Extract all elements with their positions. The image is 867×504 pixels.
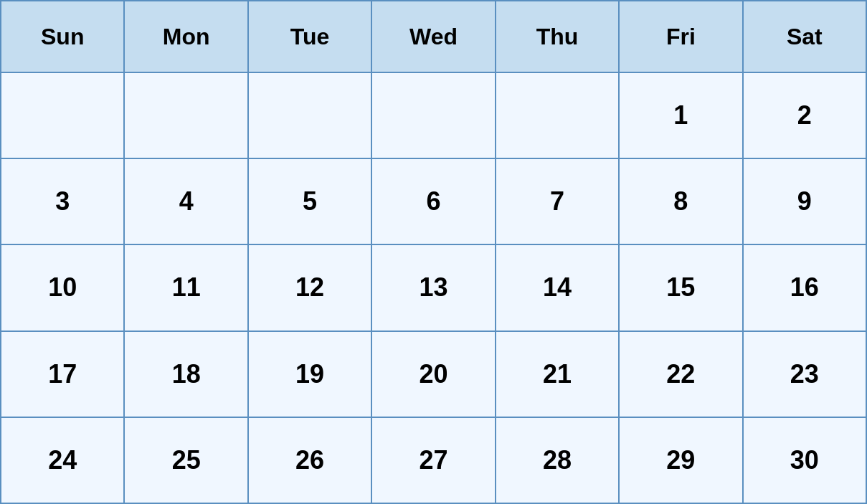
calendar-empty-cell: [496, 72, 619, 158]
calendar-day-header: Mon: [124, 1, 247, 72]
calendar-day-cell[interactable]: 27: [371, 417, 495, 503]
calendar-day-header: Thu: [496, 1, 619, 72]
calendar-day-cell[interactable]: 24: [1, 417, 124, 503]
calendar-empty-cell: [248, 72, 371, 158]
calendar-empty-cell: [124, 72, 247, 158]
calendar-week-row: 17181920212223: [1, 331, 866, 417]
calendar-day-cell[interactable]: 3: [1, 158, 124, 244]
calendar-day-cell[interactable]: 9: [743, 158, 866, 244]
calendar-day-header: Wed: [371, 1, 495, 72]
calendar-day-cell[interactable]: 26: [248, 417, 371, 503]
calendar-day-cell[interactable]: 8: [619, 158, 742, 244]
calendar-day-cell[interactable]: 22: [619, 331, 742, 417]
calendar-day-cell[interactable]: 4: [124, 158, 247, 244]
calendar-day-cell[interactable]: 20: [371, 331, 495, 417]
calendar-day-cell[interactable]: 29: [619, 417, 742, 503]
calendar-day-cell[interactable]: 1: [619, 72, 742, 158]
calendar-day-header: Sat: [743, 1, 866, 72]
calendar-day-cell[interactable]: 23: [743, 331, 866, 417]
calendar-day-header: Fri: [619, 1, 742, 72]
calendar-day-cell[interactable]: 25: [124, 417, 247, 503]
calendar-day-cell[interactable]: 19: [248, 331, 371, 417]
calendar-day-cell[interactable]: 11: [124, 244, 247, 331]
calendar-day-cell[interactable]: 6: [371, 158, 495, 244]
calendar-day-cell[interactable]: 28: [496, 417, 619, 503]
calendar-day-cell[interactable]: 18: [124, 331, 247, 417]
calendar-week-row: 24252627282930: [1, 417, 866, 503]
calendar-header-row: SunMonTueWedThuFriSat: [1, 1, 866, 72]
calendar-day-cell[interactable]: 17: [1, 331, 124, 417]
calendar-day-header: Sun: [1, 1, 124, 72]
calendar-day-cell[interactable]: 2: [743, 72, 866, 158]
calendar-empty-cell: [1, 72, 124, 158]
calendar-week-row: 10111213141516: [1, 244, 866, 331]
calendar-day-cell[interactable]: 5: [248, 158, 371, 244]
calendar-week-row: 12: [1, 72, 866, 158]
calendar-day-cell[interactable]: 14: [496, 244, 619, 331]
calendar-day-cell[interactable]: 10: [1, 244, 124, 331]
calendar-table: SunMonTueWedThuFriSat 123456789101112131…: [0, 0, 867, 504]
calendar-day-cell[interactable]: 16: [743, 244, 866, 331]
calendar-day-cell[interactable]: 15: [619, 244, 742, 331]
calendar-empty-cell: [371, 72, 495, 158]
calendar-day-header: Tue: [248, 1, 371, 72]
calendar-day-cell[interactable]: 7: [496, 158, 619, 244]
calendar-week-row: 3456789: [1, 158, 866, 244]
calendar-day-cell[interactable]: 12: [248, 244, 371, 331]
calendar-day-cell[interactable]: 21: [496, 331, 619, 417]
calendar-day-cell[interactable]: 30: [743, 417, 866, 503]
calendar-day-cell[interactable]: 13: [371, 244, 495, 331]
